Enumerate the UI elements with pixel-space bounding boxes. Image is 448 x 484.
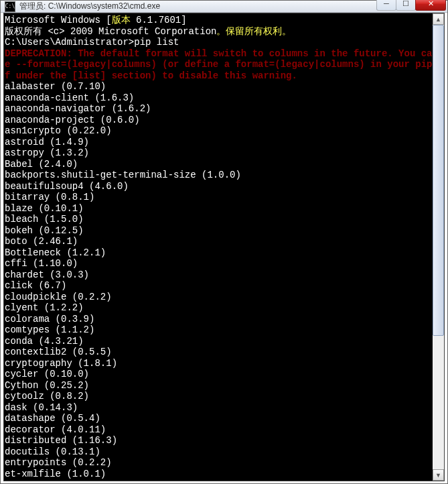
maximize-button[interactable]: ☐ <box>396 0 416 11</box>
package-line: astroid (1.4.9) <box>5 137 432 148</box>
package-line: boto (2.46.1) <box>5 236 432 247</box>
package-line: Bottleneck (1.2.1) <box>5 247 432 259</box>
package-line: click (6.7) <box>5 280 432 292</box>
package-line: dask (0.14.3) <box>5 402 432 414</box>
cmd-icon: C:\ <box>5 1 15 12</box>
package-line: anaconda-project (0.6.0) <box>5 115 432 126</box>
package-line: docutils (0.13.1) <box>5 446 432 458</box>
command-prompt-window: C:\ 管理员: C:\Windows\system32\cmd.exe ─ ☐… <box>0 0 448 484</box>
close-button[interactable]: ✕ <box>415 0 446 11</box>
package-line: cffi (1.10.0) <box>5 258 432 269</box>
titlebar[interactable]: C:\ 管理员: C:\Windows\system32\cmd.exe ─ ☐… <box>1 1 447 13</box>
scroll-track[interactable] <box>433 25 444 469</box>
package-line: colorama (0.3.9) <box>5 314 432 325</box>
package-line: contextlib2 (0.5.5) <box>5 347 432 358</box>
client-area: Microsoft Windows [版本 6.1.7601]版权所有 <c> … <box>3 13 445 481</box>
package-line: astropy (1.3.2) <box>5 147 432 159</box>
scroll-up-button[interactable]: ▲ <box>433 13 444 25</box>
package-line: beautifulsoup4 (4.6.0) <box>5 181 432 192</box>
scrollbar[interactable]: ▲ ▼ <box>433 13 444 481</box>
package-line: clyent (1.2.2) <box>5 302 432 314</box>
package-line: cycler (0.10.0) <box>5 369 432 380</box>
window-buttons: ─ ☐ ✕ <box>377 0 446 11</box>
package-line: Cython (0.25.2) <box>5 380 432 391</box>
minimize-button[interactable]: ─ <box>376 0 396 11</box>
package-line: backports.shutil-get-terminal-size (1.0.… <box>5 170 432 181</box>
package-line: et-xmlfile (1.0.1) <box>5 469 432 480</box>
package-line: bleach (1.5.0) <box>5 214 432 225</box>
package-line: entrypoints (0.2.2) <box>5 457 432 469</box>
package-line: cloudpickle (0.2.2) <box>5 292 432 303</box>
package-line: alabaster (0.7.10) <box>5 81 432 93</box>
package-line: blaze (0.10.1) <box>5 203 432 215</box>
package-line: bokeh (0.12.5) <box>5 225 432 237</box>
package-line: distributed (1.16.3) <box>5 435 432 446</box>
window-title: 管理员: C:\Windows\system32\cmd.exe <box>15 1 377 12</box>
scroll-down-button[interactable]: ▼ <box>433 469 444 481</box>
terminal-output: Microsoft Windows [版本 6.1.7601]版权所有 <c> … <box>4 13 433 481</box>
package-line: cryptography (1.8.1) <box>5 358 432 369</box>
package-line: comtypes (1.1.2) <box>5 324 432 336</box>
package-line: cytoolz (0.8.2) <box>5 391 432 402</box>
package-line: asn1crypto (0.22.0) <box>5 125 432 137</box>
package-line: datashape (0.5.4) <box>5 413 432 424</box>
package-line: anaconda-client (1.6.3) <box>5 93 432 104</box>
package-line: bitarray (0.8.1) <box>5 192 432 203</box>
package-line: conda (4.3.21) <box>5 336 432 347</box>
scroll-thumb[interactable] <box>433 25 444 336</box>
package-line: decorator (4.0.11) <box>5 424 432 436</box>
package-line: Babel (2.4.0) <box>5 159 432 170</box>
package-line: chardet (3.0.3) <box>5 269 432 281</box>
package-line: anaconda-navigator (1.6.2) <box>5 103 432 115</box>
